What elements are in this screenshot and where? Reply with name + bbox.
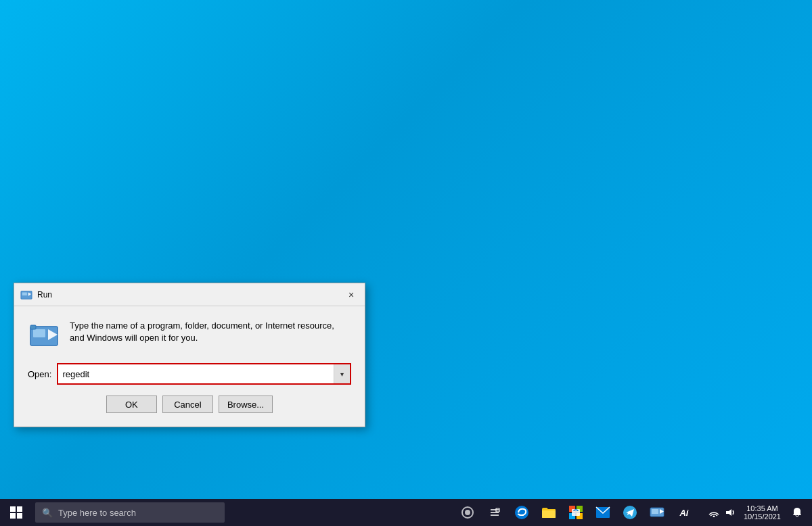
search-bar[interactable]: 🔍 Type here to search [35, 502, 225, 523]
chevron-down-icon: ▾ [340, 370, 344, 378]
browse-button[interactable]: Browse... [219, 396, 273, 413]
network-tray-icon[interactable] [707, 499, 721, 526]
open-input[interactable] [58, 364, 334, 383]
svg-rect-6 [30, 325, 36, 329]
system-clock[interactable]: 10:35 AM 10/15/2021 [740, 499, 785, 526]
menu-grid-button[interactable] [482, 499, 507, 526]
svg-rect-24 [652, 509, 658, 514]
remote-icon [650, 505, 664, 520]
run-logo [28, 320, 60, 352]
dialog-title-text: Run [37, 290, 343, 300]
remote-app-button[interactable] [645, 499, 669, 526]
search-icon: 🔍 [42, 508, 53, 518]
ok-button[interactable]: OK [106, 396, 157, 413]
open-dropdown-button[interactable]: ▾ [334, 364, 350, 383]
edge-icon [514, 505, 529, 520]
grid-icon [488, 506, 501, 519]
mail-icon [595, 506, 610, 519]
start-button[interactable] [0, 499, 32, 526]
task-view-button[interactable] [455, 499, 480, 526]
ai-badge-button[interactable]: Ai [672, 499, 696, 526]
notification-icon [792, 507, 802, 518]
clock-time: 10:35 AM [746, 504, 777, 512]
network-icon [708, 508, 719, 517]
file-explorer-button[interactable] [537, 499, 561, 526]
mail-button[interactable] [591, 499, 615, 526]
dialog-open-row: Open: ▾ [14, 363, 365, 396]
dialog-buttons: OK Cancel Browse... [14, 396, 365, 427]
dialog-close-button[interactable]: × [343, 287, 359, 303]
folder-icon [541, 506, 556, 519]
open-input-wrapper: ▾ [57, 363, 351, 385]
notification-button[interactable] [788, 499, 807, 526]
dialog-titlebar: Run × [14, 283, 365, 306]
volume-icon [725, 507, 736, 518]
telegram-icon [623, 505, 637, 520]
run-dialog: Run × Type the name of a program, folder… [14, 283, 365, 427]
svg-rect-8 [17, 506, 22, 512]
desktop: Run × Type the name of a program, folder… [0, 0, 812, 499]
edge-browser-button[interactable] [510, 499, 534, 526]
svg-rect-10 [17, 513, 22, 519]
store-icon [568, 505, 583, 520]
cancel-button[interactable]: Cancel [162, 396, 213, 413]
store-button[interactable] [564, 499, 588, 526]
dialog-description: Type the name of a program, folder, docu… [70, 320, 351, 344]
taskbar-app-icons: Ai [450, 499, 702, 526]
task-view-icon [461, 506, 474, 519]
svg-rect-1 [22, 292, 27, 295]
open-label: Open: [28, 369, 51, 379]
run-title-icon [20, 288, 33, 302]
svg-rect-4 [33, 329, 45, 337]
search-placeholder: Type here to search [58, 508, 136, 518]
telegram-button[interactable] [618, 499, 642, 526]
system-tray: 10:35 AM 10/15/2021 [702, 499, 812, 526]
svg-rect-9 [10, 513, 16, 519]
clock-date: 10/15/2021 [744, 512, 781, 521]
svg-rect-7 [10, 506, 16, 512]
taskbar: 🔍 Type here to search [0, 499, 812, 526]
svg-point-26 [713, 516, 715, 518]
volume-tray-icon[interactable] [723, 499, 737, 526]
windows-logo-icon [10, 506, 22, 519]
ai-text: Ai [679, 508, 688, 518]
dialog-body: Type the name of a program, folder, docu… [14, 306, 365, 363]
